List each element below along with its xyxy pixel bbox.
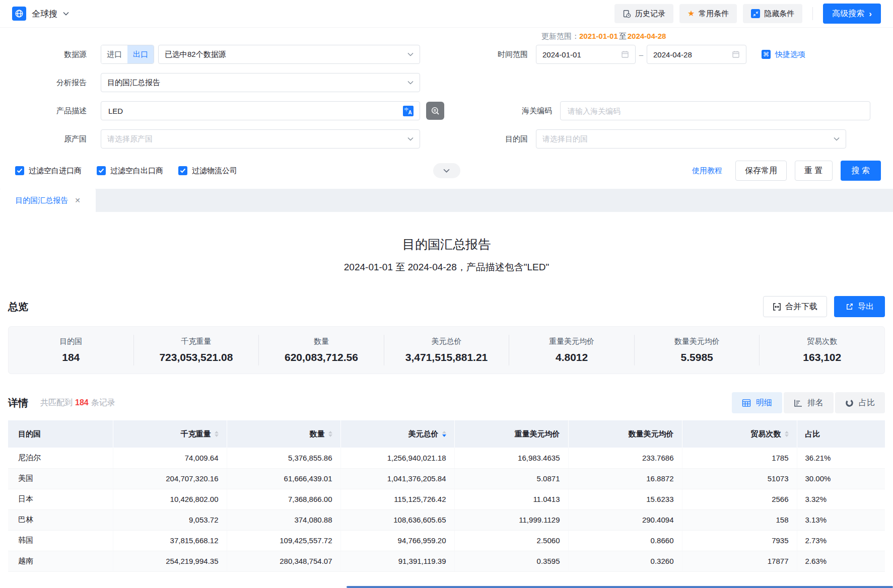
value-cell: 374,080.88 — [227, 509, 340, 530]
table-row: 韩国37,815,668.12109,425,557.7294,766,959.… — [8, 530, 885, 551]
stat-value: 723,053,521.08 — [134, 351, 259, 363]
merge-download-button[interactable]: 合并下载 — [763, 296, 827, 317]
sort-icon[interactable] — [785, 431, 789, 437]
dest-country-label: 目的国 — [420, 134, 536, 144]
favorites-button[interactable]: ★ 常用条件 — [679, 4, 737, 23]
value-cell: 115,125,726.42 — [340, 489, 454, 509]
search-button[interactable]: 搜 索 — [841, 161, 881, 181]
stat-label: 目的国 — [9, 337, 133, 346]
value-cell: 94,766,959.20 — [340, 530, 454, 551]
form-row-report: 分析报告 目的国汇总报告 — [12, 73, 881, 92]
date-range-separator: – — [636, 50, 647, 59]
hs-code-label: 海关编码 — [444, 106, 560, 116]
column-header-5: 数量美元均价 — [568, 420, 682, 448]
import-segment[interactable]: 进口 — [101, 45, 127, 63]
product-desc-label: 产品描述 — [12, 106, 101, 116]
value-cell: 3.32% — [797, 489, 885, 509]
country-cell: 韩国 — [8, 530, 113, 551]
column-header-1[interactable]: 千克重量 — [113, 420, 227, 448]
start-date-input[interactable]: 2024-01-01 — [536, 45, 636, 64]
search-actions: 使用教程 保存常用 重 置 搜 索 — [692, 161, 881, 181]
data-source-select[interactable]: 已选中82个数据源 — [158, 45, 420, 64]
stat-item: 美元总价3,471,515,881.21 — [384, 335, 510, 365]
stat-label: 重量美元均价 — [509, 337, 634, 346]
form-row-product: 产品描述 中A 海关编码 — [12, 101, 881, 120]
origin-country-select[interactable]: 请选择原产国 — [101, 129, 420, 149]
tab-destination-report[interactable]: 目的国汇总报告 ✕ — [0, 189, 96, 212]
reset-button[interactable]: 重 置 — [795, 161, 832, 181]
value-cell: 2566 — [682, 489, 797, 509]
topbar: 全球搜 历史记录 ★ 常用条件 隐藏条件 高级搜索 › — [0, 0, 893, 28]
app-brand[interactable]: 全球搜 — [12, 7, 69, 21]
stat-item: 数量美元均价5.5985 — [635, 335, 760, 365]
view-ranking-button[interactable]: 排名 — [784, 392, 834, 413]
overview-heading: 总览 — [8, 300, 28, 314]
hs-code-input[interactable] — [567, 106, 864, 116]
export-button[interactable]: 导出 — [834, 296, 885, 317]
filter-checkbox-2[interactable]: 过滤物流公司 — [178, 166, 237, 176]
report-type-label: 分析报告 — [12, 78, 101, 88]
value-cell: 91,391,119.39 — [340, 551, 454, 571]
checkbox-label: 过滤物流公司 — [192, 166, 237, 176]
value-cell: 109,425,557.72 — [227, 530, 340, 551]
quick-options-link[interactable]: ⌘ 快捷选项 — [762, 50, 805, 59]
view-share-button[interactable]: 占比 — [835, 392, 885, 413]
stat-label: 数量美元均价 — [635, 337, 760, 346]
report-subtitle: 2024-01-01 至 2024-04-28，产品描述包含"LED" — [0, 261, 893, 274]
filter-checkbox-1[interactable]: 过滤空白出口商 — [97, 166, 163, 176]
close-tab-icon[interactable]: ✕ — [75, 197, 81, 204]
value-cell: 11.0413 — [454, 489, 568, 509]
value-cell: 16.8872 — [568, 468, 682, 489]
chevron-right-icon: › — [869, 10, 872, 18]
search-equals-icon — [431, 106, 440, 116]
product-desc-input[interactable] — [107, 106, 403, 116]
merge-icon — [773, 303, 781, 311]
column-header-2[interactable]: 数量 — [227, 420, 340, 448]
hide-conditions-button[interactable]: 隐藏条件 — [743, 4, 802, 23]
column-header-3[interactable]: 美元总价 — [340, 420, 454, 448]
update-range-note: 更新范围：2021-01-01至2024-04-28 — [541, 32, 666, 41]
topbar-actions: 历史记录 ★ 常用条件 隐藏条件 高级搜索 › — [614, 4, 881, 24]
translate-icon[interactable]: 中A — [403, 106, 414, 116]
advanced-search-button[interactable]: 高级搜索 › — [823, 4, 881, 24]
value-cell: 204,707,320.16 — [113, 468, 227, 489]
view-detail-button[interactable]: 明细 — [732, 392, 782, 413]
value-cell: 3.13% — [797, 509, 885, 530]
value-cell: 2.73% — [797, 530, 885, 551]
donut-icon — [845, 399, 854, 407]
tutorial-link[interactable]: 使用教程 — [692, 166, 722, 176]
export-segment[interactable]: 出口 — [127, 45, 154, 63]
calendar-icon — [621, 50, 629, 58]
country-cell: 美国 — [8, 468, 113, 489]
tab-strip: 目的国汇总报告 ✕ — [0, 189, 893, 212]
table-body: 尼泊尔74,009.645,376,855.861,256,940,021.18… — [8, 448, 885, 571]
value-cell: 2.5060 — [454, 530, 568, 551]
checkbox-checked-icon — [97, 166, 106, 175]
sort-icon[interactable] — [442, 431, 446, 437]
value-cell: 1,041,376,205.84 — [340, 468, 454, 489]
horizontal-scrollbar[interactable] — [347, 586, 893, 588]
value-cell: 233.7686 — [568, 448, 682, 468]
end-date-input[interactable]: 2024-04-28 — [647, 45, 746, 64]
save-common-button[interactable]: 保存常用 — [735, 161, 787, 181]
value-cell: 15.6233 — [568, 489, 682, 509]
collapse-panel-button[interactable] — [433, 163, 460, 178]
match-count-text: 共匹配到184条记录 — [40, 398, 115, 408]
table-row: 日本10,426,802.007,368,866.00115,125,726.4… — [8, 489, 885, 509]
history-button[interactable]: 历史记录 — [614, 4, 673, 23]
sort-icon[interactable] — [328, 431, 332, 437]
synonym-search-button[interactable] — [426, 102, 444, 120]
column-header-6[interactable]: 贸易次数 — [682, 420, 797, 448]
stat-item: 目的国184 — [9, 335, 134, 365]
stat-value: 163,102 — [760, 351, 884, 363]
filter-checkbox-0[interactable]: 过滤空白进口商 — [15, 166, 82, 176]
report-type-select[interactable]: 目的国汇总报告 — [101, 73, 420, 92]
ranking-icon — [794, 399, 802, 407]
chevron-down-icon — [407, 137, 414, 141]
checkbox-checked-icon — [15, 166, 24, 175]
value-cell: 5,376,855.86 — [227, 448, 340, 468]
dest-country-select[interactable]: 请选择目的国 — [536, 129, 846, 149]
stat-value: 4.8012 — [509, 351, 634, 363]
sort-icon[interactable] — [215, 431, 219, 437]
calendar-icon — [732, 50, 740, 58]
